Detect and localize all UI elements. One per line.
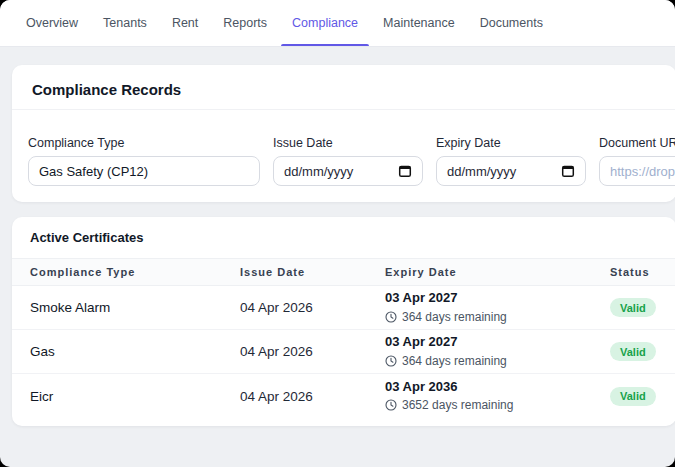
table-row[interactable]: Gas 04 Apr 2026 03 Apr 2027 364 days rem…: [12, 330, 675, 374]
table-header-row: Compliance Type Issue Date Expiry Date S…: [12, 258, 675, 286]
document-url-input[interactable]: [610, 164, 675, 179]
table-row[interactable]: Eicr 04 Apr 2026 03 Apr 2036 3652 days r…: [12, 374, 675, 418]
tab-documents[interactable]: Documents: [469, 0, 554, 46]
cell-status: Valid: [610, 342, 658, 361]
expiry-date-text: 03 Apr 2036: [385, 380, 610, 395]
card-title: Compliance Records: [12, 65, 675, 110]
expiry-date-value: dd/mm/yyyy: [447, 164, 516, 179]
cell-issue-date: 04 Apr 2026: [240, 300, 385, 315]
days-remaining-text: 3652 days remaining: [402, 398, 513, 412]
clock-icon: [385, 399, 397, 411]
document-url-field: Document URL: [599, 136, 675, 186]
expiry-date-text: 03 Apr 2027: [385, 291, 610, 306]
expiry-date-text: 03 Apr 2027: [385, 335, 610, 350]
cell-issue-date: 04 Apr 2026: [240, 344, 385, 359]
days-remaining-text: 364 days remaining: [402, 310, 507, 324]
tab-bar: Overview Tenants Rent Reports Compliance…: [0, 0, 675, 47]
cell-compliance-type: Gas: [30, 344, 240, 359]
compliance-records-card: Compliance Records Compliance Type Issue…: [12, 65, 675, 202]
cell-expiry: 03 Apr 2027 364 days remaining: [385, 291, 610, 324]
cell-issue-date: 04 Apr 2026: [240, 389, 385, 404]
issue-date-value: dd/mm/yyyy: [284, 164, 353, 179]
tab-maintenance[interactable]: Maintenance: [372, 0, 466, 46]
days-remaining-text: 364 days remaining: [402, 354, 507, 368]
cell-status: Valid: [610, 387, 658, 406]
cell-expiry: 03 Apr 2036 3652 days remaining: [385, 380, 610, 413]
calendar-icon[interactable]: [561, 164, 575, 178]
document-url-label: Document URL: [599, 136, 675, 150]
tab-tenants[interactable]: Tenants: [92, 0, 158, 46]
status-badge: Valid: [610, 298, 656, 317]
status-badge: Valid: [610, 387, 656, 406]
header-expiry-date: Expiry Date: [385, 266, 610, 278]
active-certificates-card: Active Certificates Compliance Type Issu…: [12, 217, 675, 426]
expiry-date-field: Expiry Date dd/mm/yyyy: [436, 136, 586, 186]
compliance-type-field: Compliance Type: [28, 136, 260, 186]
compliance-type-label: Compliance Type: [28, 136, 260, 150]
issue-date-field: Issue Date dd/mm/yyyy: [273, 136, 423, 186]
days-remaining: 3652 days remaining: [385, 398, 610, 412]
cell-status: Valid: [610, 298, 658, 317]
tab-reports[interactable]: Reports: [212, 0, 278, 46]
cell-compliance-type: Smoke Alarm: [30, 300, 240, 315]
calendar-icon[interactable]: [398, 164, 412, 178]
table-row[interactable]: Smoke Alarm 04 Apr 2026 03 Apr 2027 364 …: [12, 286, 675, 330]
tab-compliance[interactable]: Compliance: [281, 0, 369, 46]
header-status: Status: [610, 266, 658, 278]
header-issue-date: Issue Date: [240, 266, 385, 278]
compliance-form: Compliance Type Issue Date dd/mm/yyyy: [12, 110, 675, 202]
tab-overview[interactable]: Overview: [15, 0, 89, 46]
compliance-type-input[interactable]: [39, 164, 249, 179]
compliance-type-input-wrap: [28, 156, 260, 186]
expiry-date-input[interactable]: dd/mm/yyyy: [436, 156, 586, 186]
compliance-page: Overview Tenants Rent Reports Compliance…: [0, 0, 675, 467]
table-title: Active Certificates: [12, 217, 675, 258]
clock-icon: [385, 311, 397, 323]
tab-rent[interactable]: Rent: [161, 0, 209, 46]
issue-date-label: Issue Date: [273, 136, 423, 150]
cell-compliance-type: Eicr: [30, 389, 240, 404]
days-remaining: 364 days remaining: [385, 310, 610, 324]
expiry-date-label: Expiry Date: [436, 136, 586, 150]
header-compliance-type: Compliance Type: [30, 266, 240, 278]
clock-icon: [385, 355, 397, 367]
days-remaining: 364 days remaining: [385, 354, 610, 368]
cell-expiry: 03 Apr 2027 364 days remaining: [385, 335, 610, 368]
status-badge: Valid: [610, 342, 656, 361]
document-url-input-wrap: [599, 156, 675, 186]
issue-date-input[interactable]: dd/mm/yyyy: [273, 156, 423, 186]
